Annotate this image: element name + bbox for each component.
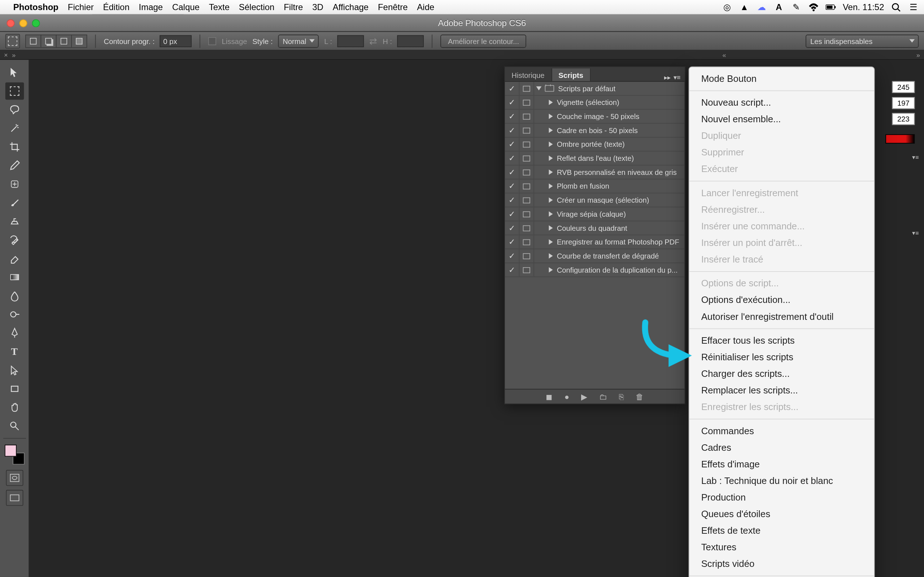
toggle-check-icon[interactable]: ✓ [509,112,515,121]
refine-edge-button[interactable]: Améliorer le contour... [441,34,527,48]
script-row[interactable]: ✓Couleurs du quadrant [505,221,685,235]
panel-close-icon[interactable]: × [4,51,8,58]
menu-item[interactable]: Commandes [689,423,874,439]
foreground-color-swatch[interactable] [4,445,16,456]
crop-tool[interactable] [5,138,24,155]
window-titlebar[interactable]: Adobe Photoshop CS6 [0,15,924,32]
script-row[interactable]: ✓Virage sépia (calque) [505,207,685,221]
panel-expand-icon[interactable]: » [12,51,16,58]
toggle-check-icon[interactable]: ✓ [509,195,515,205]
battery-icon[interactable] [825,2,836,12]
eraser-tool[interactable] [5,250,24,267]
menu-calque[interactable]: Calque [172,2,200,12]
hand-tool[interactable] [5,399,24,416]
panel-menu-icon[interactable]: ▾≡ [674,74,681,81]
magic-wand-tool[interactable] [5,120,24,137]
trash-icon[interactable]: 🗑 [636,392,643,401]
toggle-check-icon[interactable]: ✓ [509,265,515,274]
path-selection-tool[interactable] [5,362,24,379]
menubar-clock[interactable]: Ven. 11:52 [843,2,884,12]
disclosure-triangle-icon[interactable] [549,211,553,217]
marquee-tool[interactable] [5,82,24,100]
toggle-check-icon[interactable]: ✓ [509,154,515,163]
notification-center-icon[interactable]: ☰ [908,2,919,12]
pen-tool[interactable] [5,324,24,342]
dialog-toggle-icon[interactable] [523,127,530,134]
disclosure-triangle-icon[interactable] [549,226,553,231]
selection-add-button[interactable] [40,34,56,48]
blur-tool[interactable] [5,287,24,305]
dialog-toggle-icon[interactable] [523,253,530,259]
dialog-toggle-icon[interactable] [523,141,530,148]
toggle-check-icon[interactable]: ✓ [509,210,515,219]
color-swatches[interactable] [4,445,24,464]
toggle-check-icon[interactable]: ✓ [509,181,515,191]
dialog-toggle-icon[interactable] [523,100,530,106]
window-minimize-button[interactable] [19,19,27,27]
menu-selection[interactable]: Sélection [239,2,275,12]
gradient-tool[interactable] [5,269,24,286]
disclosure-triangle-icon[interactable] [549,184,553,189]
spotlight-icon[interactable] [891,2,901,12]
toggle-check-icon[interactable]: ✓ [509,251,515,261]
window-zoom-button[interactable] [32,19,40,27]
dodge-tool[interactable] [5,306,24,323]
zoom-tool[interactable] [5,417,24,435]
disclosure-triangle-icon[interactable] [549,267,553,272]
menu-3d[interactable]: 3D [312,2,323,12]
history-brush-tool[interactable] [5,231,24,248]
menu-item[interactable]: Mode Bouton [689,70,874,87]
new-action-icon[interactable]: ⎘ [619,392,624,401]
menu-item[interactable]: Lab : Technique du noir et blanc [689,472,874,489]
selection-new-button[interactable] [25,34,41,48]
script-row[interactable]: ✓Configuration de la duplication du p... [505,263,685,277]
move-tool[interactable] [5,64,24,81]
menu-item[interactable]: Nouvel ensemble... [689,111,874,128]
dialog-toggle-icon[interactable] [523,225,530,231]
tab-scripts[interactable]: Scripts [552,69,591,81]
lasso-tool[interactable] [5,101,24,118]
menu-image[interactable]: Image [139,2,163,12]
script-row[interactable]: ✓Vignette (sélection) [505,95,685,110]
menubar-extra-icon[interactable]: ◎ [722,2,732,12]
menu-affichage[interactable]: Affichage [333,2,368,12]
rgb-r-value[interactable]: 245 [892,81,915,93]
panel-collapse-icon[interactable]: ▸▸ [664,74,670,81]
shape-tool[interactable] [5,380,24,397]
script-row[interactable]: ✓RVB personnalisé en niveaux de gris [505,166,685,180]
feather-input[interactable] [160,35,192,47]
script-row[interactable]: ✓Reflet dans l'eau (texte) [505,152,685,166]
app-menu[interactable]: Photoshop [13,2,58,12]
selection-subtract-button[interactable] [56,34,72,48]
toggle-check-icon[interactable]: ✓ [509,98,515,107]
rgb-b-value[interactable]: 223 [892,113,915,125]
evernote-icon[interactable]: ✎ [791,2,801,12]
healing-brush-tool[interactable] [5,176,24,193]
dialog-toggle-icon[interactable] [523,239,530,245]
dialog-toggle-icon[interactable] [523,211,530,217]
selection-intersect-button[interactable] [71,34,87,48]
brush-tool[interactable] [5,194,24,211]
dialog-toggle-icon[interactable] [523,85,530,92]
new-set-icon[interactable]: 🗀 [599,392,607,401]
menu-texte[interactable]: Texte [209,2,229,12]
disclosure-triangle-icon[interactable] [549,142,553,147]
script-row[interactable]: ✓Cadre en bois - 50 pixels [505,124,685,138]
menu-item[interactable]: Effacer tous les scripts [689,332,874,349]
color-ramp[interactable] [885,134,914,143]
toggle-check-icon[interactable]: ✓ [509,84,515,93]
type-tool[interactable]: T [5,343,24,360]
adobe-icon[interactable]: A [774,2,784,12]
dialog-toggle-icon[interactable] [523,169,530,175]
stop-icon[interactable]: ◼ [546,392,552,401]
disclosure-triangle-icon[interactable] [549,169,553,175]
disclosure-triangle-icon[interactable] [549,100,553,105]
menu-fenetre[interactable]: Fenêtre [378,2,408,12]
rgb-g-value[interactable]: 197 [892,97,915,109]
menu-edition[interactable]: Édition [103,2,129,12]
dialog-toggle-icon[interactable] [523,267,530,273]
toggle-check-icon[interactable]: ✓ [509,223,515,233]
menu-item[interactable]: Effets de texte [689,522,874,539]
disclosure-triangle-icon[interactable] [536,87,542,90]
google-drive-icon[interactable]: ▲ [739,2,749,12]
